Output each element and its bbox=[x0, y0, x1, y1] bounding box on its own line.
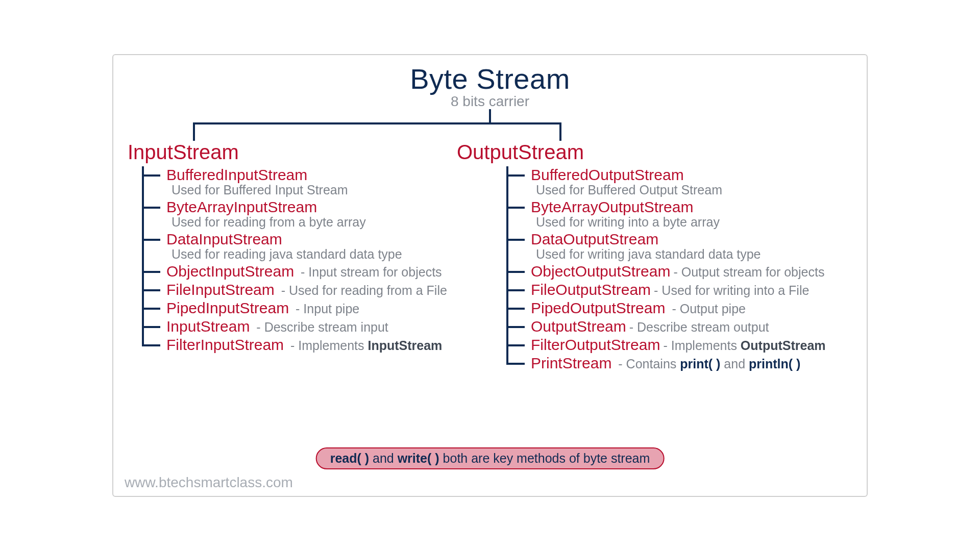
class-description: Used for Buffered Output Stream bbox=[531, 183, 826, 197]
class-name: FilterInputStream bbox=[166, 336, 284, 353]
method-name: print( ) bbox=[680, 357, 720, 371]
method-name: println( ) bbox=[749, 357, 800, 371]
tree-item: ByteArrayInputStreamUsed for reading fro… bbox=[142, 198, 447, 230]
tree-item: FileOutputStream- Used for writing into … bbox=[506, 281, 826, 298]
tree-tick-line bbox=[142, 271, 160, 273]
class-name: ByteArrayOutputStream bbox=[531, 198, 693, 215]
class-description: - Output stream for objects bbox=[673, 265, 824, 279]
tree-item: PipedOutputStream - Output pipe bbox=[506, 299, 826, 317]
class-name: ObjectOutputStream bbox=[531, 263, 670, 280]
tree-tick-line bbox=[506, 207, 525, 209]
class-name: DataOutputStream bbox=[531, 231, 658, 247]
tree-tick-line bbox=[142, 207, 160, 209]
class-description: - Contains print( ) and println( ) bbox=[615, 357, 800, 371]
class-description: - Output pipe bbox=[668, 302, 745, 316]
connector-line bbox=[489, 109, 491, 122]
tree-tick-line bbox=[142, 239, 160, 241]
class-name: PipedInputStream bbox=[166, 299, 289, 316]
tree-tick-line bbox=[506, 174, 525, 177]
class-description: Used for writing java standard data type bbox=[531, 247, 826, 262]
tree-tick-line bbox=[506, 326, 525, 328]
connector-line bbox=[193, 122, 195, 141]
class-name: PipedOutputStream bbox=[531, 299, 665, 316]
diagram-title: Byte Stream bbox=[113, 62, 867, 95]
class-description: - Implements OutputStream bbox=[663, 338, 825, 353]
class-name: FilterOutputStream bbox=[531, 336, 660, 353]
tree-item: FilterOutputStream- Implements OutputStr… bbox=[506, 336, 826, 354]
bold-classname: InputStream bbox=[368, 338, 442, 353]
output-tree: BufferedOutputStreamUsed for Buffered Ou… bbox=[506, 166, 826, 373]
tree-tick-line bbox=[506, 363, 525, 365]
class-description: Used for reading java standard data type bbox=[166, 247, 447, 262]
class-name: BufferedOutputStream bbox=[531, 166, 684, 183]
class-name: PrintStream bbox=[531, 355, 611, 371]
tree-tick-line bbox=[506, 344, 525, 346]
tree-item: ObjectInputStream - Input stream for obj… bbox=[142, 263, 447, 280]
footnote-text: and bbox=[369, 451, 398, 465]
class-description: Used for reading from a byte array bbox=[166, 215, 447, 230]
class-description: Used for Buffered Input Stream bbox=[166, 183, 447, 197]
tree-item: ByteArrayOutputStreamUsed for writing in… bbox=[506, 198, 826, 230]
tree-tick-line bbox=[142, 308, 160, 310]
class-description: - Describe stream output bbox=[629, 320, 769, 334]
tree-tick-line bbox=[142, 344, 160, 346]
footnote-text: both are key methods of byte stream bbox=[439, 451, 650, 465]
tree-item: DataInputStreamUsed for reading java sta… bbox=[142, 231, 447, 262]
class-name: ObjectInputStream bbox=[166, 263, 294, 280]
connector-line bbox=[193, 122, 561, 124]
class-description: - Describe stream input bbox=[253, 320, 388, 334]
class-description: - Input pipe bbox=[292, 302, 359, 316]
branch-inputstream-title: InputStream bbox=[128, 141, 239, 164]
class-description: - Implements InputStream bbox=[287, 338, 442, 353]
connector-line bbox=[559, 122, 561, 141]
class-description: - Input stream for objects bbox=[297, 265, 442, 279]
branch-outputstream-title: OutputStream bbox=[457, 141, 584, 164]
class-description: - Used for reading from a File bbox=[278, 283, 447, 297]
class-name: FileOutputStream bbox=[531, 281, 651, 298]
tree-item: ObjectOutputStream- Output stream for ob… bbox=[506, 263, 826, 280]
class-name: DataInputStream bbox=[166, 231, 282, 247]
tree-item: BufferedInputStreamUsed for Buffered Inp… bbox=[142, 166, 447, 197]
class-name: FileInputStream bbox=[166, 281, 275, 298]
tree-item: BufferedOutputStreamUsed for Buffered Ou… bbox=[506, 166, 826, 197]
tree-tick-line bbox=[506, 271, 525, 273]
input-tree: BufferedInputStreamUsed for Buffered Inp… bbox=[142, 166, 447, 355]
class-name: InputStream bbox=[166, 318, 250, 335]
tree-tick-line bbox=[506, 239, 525, 241]
watermark-text: www.btechsmartclass.com bbox=[125, 474, 293, 491]
class-description: - Used for writing into a File bbox=[654, 283, 809, 297]
footnote-pill: read( ) and write( ) both are key method… bbox=[316, 447, 665, 469]
tree-item: PrintStream - Contains print( ) and prin… bbox=[506, 355, 826, 372]
class-description: Used for writing into a byte array bbox=[531, 215, 826, 230]
diagram-card: Byte Stream 8 bits carrier InputStream O… bbox=[112, 54, 868, 497]
tree-item: PipedInputStream - Input pipe bbox=[142, 299, 447, 317]
class-name: BufferedInputStream bbox=[166, 166, 307, 183]
footnote-method-read: read( ) bbox=[330, 451, 369, 465]
tree-tick-line bbox=[506, 289, 525, 291]
tree-tick-line bbox=[142, 289, 160, 291]
tree-tick-line bbox=[142, 174, 160, 177]
tree-item: FileInputStream - Used for reading from … bbox=[142, 281, 447, 298]
tree-tick-line bbox=[142, 326, 160, 328]
footnote-method-write: write( ) bbox=[398, 451, 439, 465]
diagram-subtitle: 8 bits carrier bbox=[113, 93, 867, 110]
tree-item: DataOutputStreamUsed for writing java st… bbox=[506, 231, 826, 262]
class-name: ByteArrayInputStream bbox=[166, 198, 317, 215]
tree-tick-line bbox=[506, 308, 525, 310]
tree-item: OutputStream- Describe stream output bbox=[506, 318, 826, 335]
tree-item: InputStream - Describe stream input bbox=[142, 318, 447, 335]
class-name: OutputStream bbox=[531, 318, 626, 335]
bold-classname: OutputStream bbox=[741, 338, 826, 353]
tree-item: FilterInputStream - Implements InputStre… bbox=[142, 336, 447, 354]
